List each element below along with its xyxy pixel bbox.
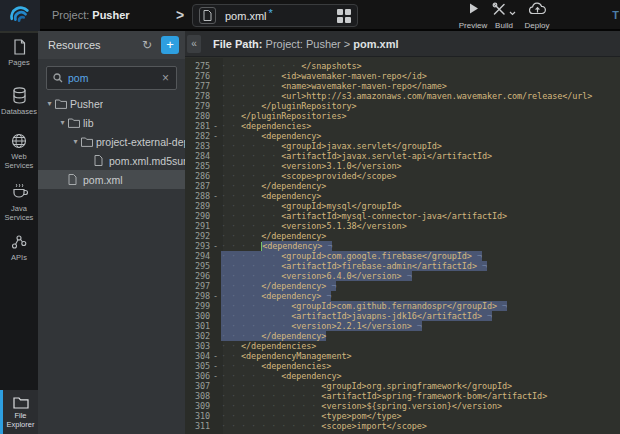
web-services-globe-icon	[11, 133, 27, 149]
code-line-288[interactable]: 288-· · · · <dependency>	[185, 191, 620, 201]
refresh-icon[interactable]: ↻	[139, 38, 155, 52]
file-path-label: File Path:	[213, 38, 263, 50]
fold-marker[interactable]: -	[210, 241, 221, 251]
line-number: 288	[185, 191, 210, 201]
code-line-275[interactable]: 275· · · · · · · · </snapshots>	[185, 61, 620, 71]
line-number: 290	[185, 211, 210, 221]
fold-marker[interactable]: -	[210, 371, 221, 381]
code-line-281[interactable]: 281-· · <dependencies>	[185, 121, 620, 131]
caret-down-icon[interactable]: ▾	[70, 137, 81, 146]
line-number: 286	[185, 171, 210, 181]
code-text: · · · · · · <version>5.1.38</version>	[221, 221, 407, 231]
tree-item-project-external-dependencies[interactable]: ▾project-external-dependencies	[38, 132, 185, 151]
code-line-310[interactable]: 310· · · · · · · · · · <type>pom</type>	[185, 411, 620, 421]
clear-search-icon[interactable]: ×	[161, 71, 170, 85]
line-number: 297	[185, 281, 210, 291]
code-line-291[interactable]: 291· · · · · · <version>5.1.38</version>	[185, 221, 620, 231]
code-text: · · · · · · · <version>2.2.1</version> ¬	[221, 321, 422, 331]
add-resource-button[interactable]: +	[161, 36, 179, 54]
tree-item-pom-xml-md5sum[interactable]: pom.xml.md5sum	[38, 151, 185, 170]
search-input[interactable]	[68, 72, 161, 84]
resource-search[interactable]: ×	[46, 66, 177, 90]
databases-label: Databases	[1, 107, 37, 116]
code-text: · · · · · · · <artifactId>javapns-jdk16<…	[221, 311, 492, 321]
caret-down-icon[interactable]: ▾	[57, 118, 68, 127]
folder-icon	[81, 137, 96, 147]
code-line-280[interactable]: 280· · </pluginRepositories>	[185, 111, 620, 121]
code-line-287[interactable]: 287· · · · </dependency>	[185, 181, 620, 191]
tab-pom-xml[interactable]: pom.xml *	[192, 4, 358, 27]
sidebar-item-web-services[interactable]: Web Services	[0, 133, 38, 170]
code-line-299[interactable]: 299· · · · · · · <groupId>com.github.fer…	[185, 301, 620, 311]
selected-text: · · · · </dependency> ¬	[221, 281, 336, 291]
fold-marker[interactable]: -	[210, 131, 221, 141]
line-number: 283	[185, 141, 210, 151]
code-line-311[interactable]: 311· · · · · · · · · · <scope>import</sc…	[185, 421, 620, 431]
file-path-breadcrumb: Project: Pusher >	[266, 38, 351, 50]
code-line-305[interactable]: 305-· · · · <dependencies>	[185, 361, 620, 371]
fold-marker[interactable]: -	[210, 191, 221, 201]
code-line-276[interactable]: 276· · · · · · <id>wavemaker-maven-repo<…	[185, 71, 620, 81]
code-area[interactable]: 275· · · · · · · · </snapshots>276· · · …	[185, 58, 620, 434]
project-breadcrumb[interactable]: Project:Pusher	[52, 0, 130, 31]
collapse-panel-icon[interactable]: «	[187, 35, 201, 53]
code-line-282[interactable]: 282-· · · · <dependency>	[185, 131, 620, 141]
code-line-298[interactable]: 298-· · · · <dependency> ¬	[185, 291, 620, 301]
code-line-295[interactable]: 295· · · · · · <artifactId>firebase-admi…	[185, 261, 620, 271]
line-number: 293	[185, 241, 210, 251]
tab-title: pom.xml	[225, 10, 267, 22]
code-line-309[interactable]: 309· · · · · · · · · · <version>${spring…	[185, 401, 620, 411]
deploy-button[interactable]: Deploy	[516, 2, 558, 30]
code-line-296[interactable]: 296· · · · · · <version>6.4.0</version> …	[185, 271, 620, 281]
fold-marker[interactable]: -	[210, 291, 221, 301]
code-line-307[interactable]: 307· · · · · · · · · · <groupId>org.spri…	[185, 381, 620, 391]
code-line-278[interactable]: 278· · · · · · <url>http://s3.amazonaws.…	[185, 91, 620, 101]
code-line-304[interactable]: 304-· · <dependencyManagement>	[185, 351, 620, 361]
code-line-277[interactable]: 277· · · · · · <name>wavemaker-maven-rep…	[185, 81, 620, 91]
code-line-302[interactable]: 302· · · · </dependency>	[185, 331, 620, 341]
code-line-308[interactable]: 308· · · · · · · · · · <artifactId>sprin…	[185, 391, 620, 401]
code-line-289[interactable]: 289· · · · · · <groupId>mysql</groupId>	[185, 201, 620, 211]
fold-marker[interactable]: -	[210, 351, 221, 361]
file-path-text: File Path: Project: Pusher > pom.xml	[213, 38, 399, 50]
line-number: 302	[185, 331, 210, 341]
code-text: · · · · · · <groupId>mysql</groupId>	[221, 201, 402, 211]
code-text: · · · · · · <groupId>javax.servlet</grou…	[221, 141, 442, 151]
sidebar-item-java-services[interactable]: Java Services	[0, 183, 38, 222]
code-text: · · · · · · <name>wavemaker-maven-repo</…	[221, 81, 447, 91]
pages-label: Pages	[8, 58, 29, 67]
build-tools-icon	[492, 2, 507, 16]
sidebar-item-apis[interactable]: APIs	[0, 233, 38, 262]
code-line-293[interactable]: 293-· · · · <dependency> ¬	[185, 241, 620, 251]
sidebar-item-pages[interactable]: Pages	[0, 39, 38, 67]
tab-document-icon[interactable]	[199, 7, 216, 24]
fold-marker[interactable]: -	[210, 361, 221, 371]
code-text: · · · · </dependency>	[221, 231, 326, 241]
tree-item-pusher[interactable]: ▾Pusher	[38, 94, 185, 113]
code-line-284[interactable]: 284· · · · · · <artifactId>javax.servlet…	[185, 151, 620, 161]
fold-marker[interactable]: -	[210, 121, 221, 131]
code-line-301[interactable]: 301· · · · · · · <version>2.2.1</version…	[185, 321, 620, 331]
sidebar-item-file-explorer[interactable]: File Explorer	[0, 390, 38, 434]
wavemaker-logo[interactable]	[0, 0, 40, 31]
code-line-290[interactable]: 290· · · · · · <artifactId>mysql-connect…	[185, 211, 620, 221]
code-line-306[interactable]: 306-· · · · · · <dependency>	[185, 371, 620, 381]
code-line-294[interactable]: 294· · · · · · <groupId>com.google.fireb…	[185, 251, 620, 261]
code-text: · · · · · · · · · · <groupId>org.springf…	[221, 381, 512, 391]
code-line-303[interactable]: 303· · </dependencies>	[185, 341, 620, 351]
code-line-285[interactable]: 285· · · · · · <version>3.1.0</version>	[185, 161, 620, 171]
caret-down-icon[interactable]: ▾	[44, 99, 55, 108]
sidebar-item-databases[interactable]: Databases	[0, 87, 38, 116]
apis-label: APIs	[11, 253, 27, 262]
layout-grid-icon[interactable]	[337, 9, 351, 23]
tree-item-label: Pusher	[70, 98, 103, 110]
code-line-292[interactable]: 292· · · · </dependency>	[185, 231, 620, 241]
code-line-297[interactable]: 297· · · · </dependency> ¬	[185, 281, 620, 291]
tree-item-pom-xml[interactable]: pom.xml	[38, 170, 185, 189]
code-line-283[interactable]: 283· · · · · · <groupId>javax.servlet</g…	[185, 141, 620, 151]
folder-icon	[68, 118, 83, 128]
tree-item-lib[interactable]: ▾lib	[38, 113, 185, 132]
code-line-279[interactable]: 279· · · · </pluginRepository>	[185, 101, 620, 111]
code-line-300[interactable]: 300· · · · · · · <artifactId>javapns-jdk…	[185, 311, 620, 321]
code-line-286[interactable]: 286· · · · · · <scope>provided</scope>	[185, 171, 620, 181]
